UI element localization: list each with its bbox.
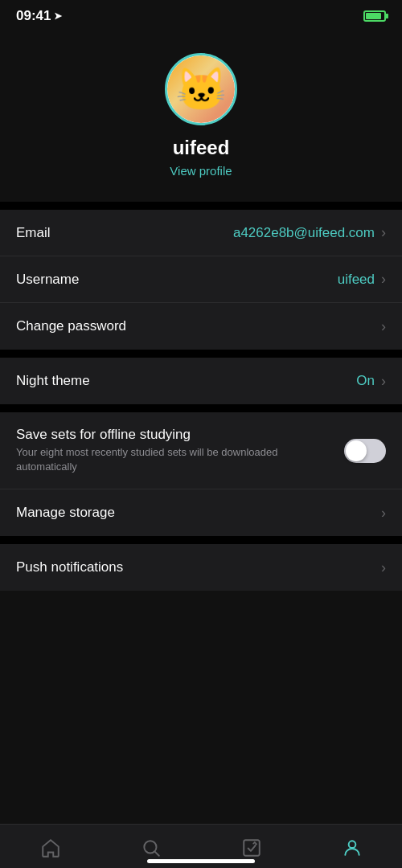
status-right-icons — [363, 10, 386, 22]
offline-section: Save sets for offline studying Your eigh… — [0, 412, 402, 536]
change-password-row[interactable]: Change password › — [0, 303, 402, 350]
view-profile-link[interactable]: View profile — [170, 164, 232, 178]
status-bar: 09:41 ➤ — [0, 0, 402, 29]
night-theme-chevron-icon: › — [381, 373, 386, 390]
manage-storage-row[interactable]: Manage storage › — [0, 489, 402, 536]
save-offline-right — [344, 439, 386, 463]
svg-point-3 — [348, 841, 355, 848]
section-divider-3 — [0, 404, 402, 412]
night-theme-label: Night theme — [16, 373, 90, 389]
location-icon: ➤ — [54, 10, 62, 22]
save-offline-toggle[interactable] — [344, 439, 386, 463]
email-value: a4262e8b@uifeed.com — [233, 225, 375, 241]
night-theme-left: Night theme — [16, 373, 90, 389]
save-offline-label: Save sets for offline studying — [16, 427, 289, 443]
toggle-knob — [346, 440, 367, 461]
username-setting-value: uifeed — [338, 272, 375, 288]
home-indicator-container — [0, 854, 402, 863]
account-section: Email a4262e8b@uifeed.com › Username uif… — [0, 210, 402, 350]
push-notifications-left: Push notifications — [16, 559, 123, 575]
manage-storage-left: Manage storage — [16, 505, 115, 521]
night-theme-value: On — [356, 373, 375, 389]
push-notifications-row[interactable]: Push notifications › — [0, 544, 402, 591]
username-chevron-icon: › — [381, 271, 386, 288]
svg-rect-2 — [244, 840, 260, 856]
battery-icon — [363, 10, 386, 22]
section-divider-2 — [0, 350, 402, 358]
manage-storage-chevron-icon: › — [381, 505, 386, 522]
save-offline-sublabel: Your eight most recently studied sets wi… — [16, 445, 289, 474]
night-theme-row[interactable]: Night theme On › — [0, 358, 402, 404]
save-offline-left: Save sets for offline studying Your eigh… — [16, 427, 289, 474]
push-notifications-label: Push notifications — [16, 559, 123, 575]
avatar-image — [167, 55, 235, 123]
push-notifications-chevron-icon: › — [381, 559, 386, 576]
night-theme-right: On › — [356, 373, 386, 390]
avatar[interactable] — [165, 53, 237, 125]
battery-fill — [366, 13, 381, 19]
email-label: Email — [16, 225, 51, 241]
save-offline-row: Save sets for offline studying Your eigh… — [0, 412, 402, 489]
change-password-label: Change password — [16, 318, 126, 334]
section-divider-4 — [0, 536, 402, 544]
change-password-right: › — [381, 318, 386, 335]
home-indicator — [147, 859, 255, 863]
push-notifications-right: › — [381, 559, 386, 576]
section-divider-1 — [0, 202, 402, 210]
username-setting-label: Username — [16, 272, 79, 288]
username-left: Username — [16, 272, 79, 288]
change-password-left: Change password — [16, 318, 126, 334]
email-left: Email — [16, 225, 51, 241]
bottom-spacer — [0, 591, 402, 663]
profile-section: uifeed View profile — [0, 29, 402, 202]
email-right: a4262e8b@uifeed.com › — [233, 224, 386, 241]
change-password-chevron-icon: › — [381, 318, 386, 335]
email-row[interactable]: Email a4262e8b@uifeed.com › — [0, 210, 402, 256]
username-right: uifeed › — [338, 271, 386, 288]
username-row[interactable]: Username uifeed › — [0, 256, 402, 303]
email-chevron-icon: › — [381, 224, 386, 241]
status-time: 09:41 ➤ — [16, 8, 62, 24]
appearance-section: Night theme On › — [0, 358, 402, 404]
manage-storage-right: › — [381, 505, 386, 522]
notifications-section: Push notifications › — [0, 544, 402, 591]
username-label: uifeed — [173, 137, 230, 159]
manage-storage-label: Manage storage — [16, 505, 115, 521]
